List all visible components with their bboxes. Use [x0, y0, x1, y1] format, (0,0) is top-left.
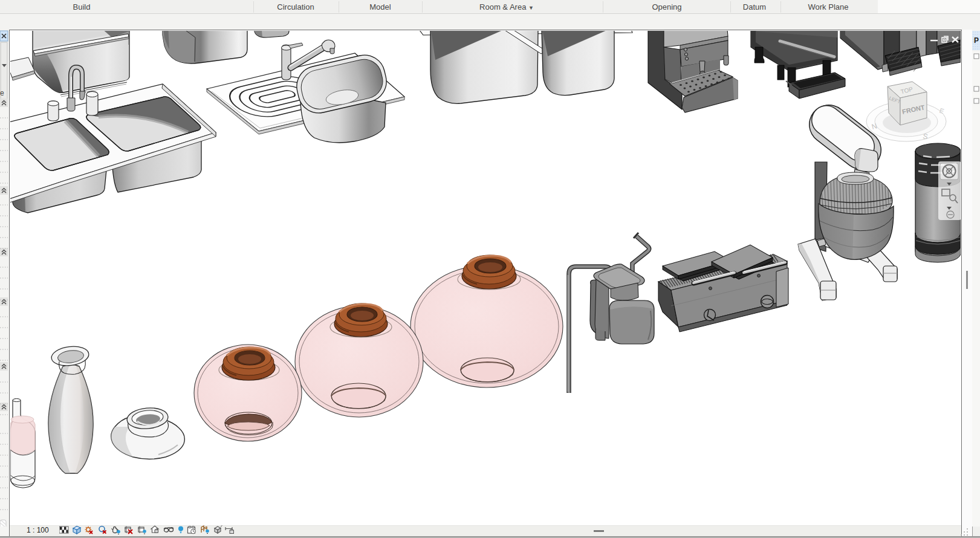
svg-text:e: e	[0, 89, 4, 97]
svg-text:P: P	[974, 36, 979, 45]
